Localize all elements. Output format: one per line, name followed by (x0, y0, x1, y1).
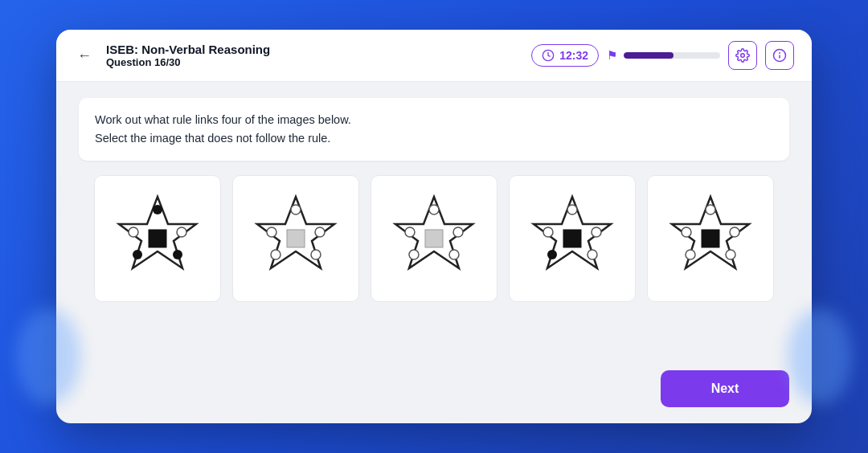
answer-option-1[interactable] (94, 175, 221, 302)
star-image-5 (662, 190, 759, 287)
info-button[interactable] (765, 41, 794, 70)
svg-point-31 (543, 227, 553, 237)
svg-point-16 (311, 250, 321, 259)
main-content: Work out what rule links four of the ima… (56, 82, 812, 370)
svg-point-25 (453, 227, 463, 237)
question-total: 30 (169, 56, 180, 68)
question-box: Work out what rule links four of the ima… (79, 98, 789, 161)
question-line1: Work out what rule links four of the ima… (95, 111, 773, 129)
header-controls: 12:32 ⚑ (531, 41, 794, 70)
svg-point-8 (133, 250, 142, 259)
svg-point-32 (592, 227, 601, 237)
progress-bar-background (624, 52, 720, 59)
question-progress: Question 16/30 (106, 56, 520, 68)
progress-bar-fill (624, 52, 674, 59)
svg-point-37 (726, 250, 735, 259)
svg-point-28 (567, 205, 577, 214)
star-image-3 (386, 190, 482, 287)
svg-point-17 (267, 227, 276, 237)
svg-point-7 (153, 205, 162, 214)
timer-display: 12:32 (559, 49, 588, 62)
title-block: ISEB: Non-Verbal Reasoning Question 16/3… (106, 43, 520, 68)
svg-point-39 (730, 227, 739, 237)
progress-container: ⚑ (607, 48, 720, 63)
star-image-1 (109, 190, 206, 287)
header: ← ISEB: Non-Verbal Reasoning Question 16… (56, 30, 812, 82)
svg-point-15 (271, 250, 280, 259)
timer-badge: 12:32 (531, 44, 599, 67)
flag-icon: ⚑ (607, 48, 617, 63)
answer-option-3[interactable] (371, 175, 497, 302)
svg-rect-6 (149, 230, 166, 247)
svg-point-38 (682, 227, 691, 237)
answer-option-5[interactable] (647, 175, 774, 302)
star-image-2 (248, 190, 344, 287)
svg-rect-13 (287, 230, 305, 247)
answer-images-row (79, 175, 789, 302)
svg-rect-27 (563, 230, 581, 247)
svg-point-21 (429, 205, 439, 214)
settings-button[interactable] (728, 41, 757, 70)
quiz-title: ISEB: Non-Verbal Reasoning (106, 43, 520, 56)
svg-point-29 (547, 250, 557, 259)
question-line2: Select the image that does not follow th… (95, 129, 773, 148)
svg-point-10 (129, 227, 138, 237)
svg-point-30 (588, 250, 597, 259)
question-label: Question (106, 56, 154, 68)
info-icon (772, 48, 787, 63)
star-image-4 (524, 190, 620, 287)
svg-point-35 (706, 205, 715, 214)
back-button[interactable]: ← (74, 44, 95, 67)
answer-option-2[interactable] (232, 175, 359, 302)
answer-option-4[interactable] (509, 175, 636, 302)
svg-point-24 (405, 227, 415, 237)
svg-point-14 (291, 205, 301, 214)
clock-icon (542, 49, 555, 62)
svg-point-9 (173, 250, 182, 259)
quiz-window: ← ISEB: Non-Verbal Reasoning Question 16… (56, 30, 812, 423)
svg-rect-20 (425, 230, 443, 247)
gear-icon (735, 48, 750, 63)
next-button[interactable]: Next (661, 370, 789, 407)
svg-point-11 (177, 227, 186, 237)
svg-point-23 (449, 250, 459, 259)
question-current: 16 (154, 56, 166, 68)
footer: Next (56, 370, 812, 423)
svg-point-22 (409, 250, 419, 259)
svg-point-36 (686, 250, 695, 259)
svg-rect-34 (702, 230, 719, 247)
svg-point-18 (315, 227, 325, 237)
svg-point-1 (741, 54, 745, 58)
